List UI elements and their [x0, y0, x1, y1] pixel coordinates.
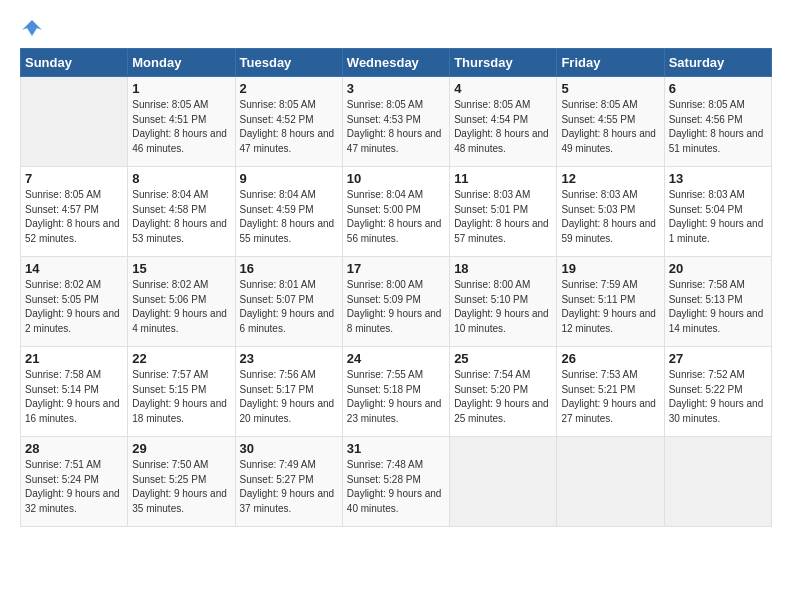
sunset-text: Sunset: 5:21 PM: [561, 384, 635, 395]
day-number: 8: [132, 171, 230, 186]
calendar-cell: 13 Sunrise: 8:03 AM Sunset: 5:04 PM Dayl…: [664, 167, 771, 257]
day-number: 10: [347, 171, 445, 186]
daylight-text: Daylight: 9 hours and 10 minutes.: [454, 308, 549, 334]
daylight-text: Daylight: 8 hours and 46 minutes.: [132, 128, 227, 154]
daylight-text: Daylight: 9 hours and 18 minutes.: [132, 398, 227, 424]
daylight-text: Daylight: 8 hours and 56 minutes.: [347, 218, 442, 244]
day-number: 31: [347, 441, 445, 456]
calendar-week-3: 14 Sunrise: 8:02 AM Sunset: 5:05 PM Dayl…: [21, 257, 772, 347]
calendar-cell: 18 Sunrise: 8:00 AM Sunset: 5:10 PM Dayl…: [450, 257, 557, 347]
daylight-text: Daylight: 9 hours and 37 minutes.: [240, 488, 335, 514]
calendar-header: SundayMondayTuesdayWednesdayThursdayFrid…: [21, 49, 772, 77]
daylight-text: Daylight: 8 hours and 48 minutes.: [454, 128, 549, 154]
daylight-text: Daylight: 9 hours and 40 minutes.: [347, 488, 442, 514]
sunrise-text: Sunrise: 7:51 AM: [25, 459, 101, 470]
sunrise-text: Sunrise: 7:50 AM: [132, 459, 208, 470]
day-info: Sunrise: 7:48 AM Sunset: 5:28 PM Dayligh…: [347, 458, 445, 516]
sunset-text: Sunset: 4:58 PM: [132, 204, 206, 215]
daylight-text: Daylight: 9 hours and 35 minutes.: [132, 488, 227, 514]
sunset-text: Sunset: 5:27 PM: [240, 474, 314, 485]
day-number: 7: [25, 171, 123, 186]
weekday-header-monday: Monday: [128, 49, 235, 77]
day-info: Sunrise: 8:02 AM Sunset: 5:05 PM Dayligh…: [25, 278, 123, 336]
calendar-cell: 7 Sunrise: 8:05 AM Sunset: 4:57 PM Dayli…: [21, 167, 128, 257]
calendar-cell: 26 Sunrise: 7:53 AM Sunset: 5:21 PM Dayl…: [557, 347, 664, 437]
calendar-cell: 6 Sunrise: 8:05 AM Sunset: 4:56 PM Dayli…: [664, 77, 771, 167]
day-number: 29: [132, 441, 230, 456]
day-number: 15: [132, 261, 230, 276]
calendar-week-1: 1 Sunrise: 8:05 AM Sunset: 4:51 PM Dayli…: [21, 77, 772, 167]
daylight-text: Daylight: 9 hours and 8 minutes.: [347, 308, 442, 334]
day-info: Sunrise: 7:52 AM Sunset: 5:22 PM Dayligh…: [669, 368, 767, 426]
day-info: Sunrise: 7:50 AM Sunset: 5:25 PM Dayligh…: [132, 458, 230, 516]
day-info: Sunrise: 7:55 AM Sunset: 5:18 PM Dayligh…: [347, 368, 445, 426]
daylight-text: Daylight: 8 hours and 53 minutes.: [132, 218, 227, 244]
calendar-cell: 20 Sunrise: 7:58 AM Sunset: 5:13 PM Dayl…: [664, 257, 771, 347]
day-info: Sunrise: 8:03 AM Sunset: 5:04 PM Dayligh…: [669, 188, 767, 246]
day-number: 25: [454, 351, 552, 366]
weekday-header-tuesday: Tuesday: [235, 49, 342, 77]
sunrise-text: Sunrise: 8:05 AM: [561, 99, 637, 110]
day-info: Sunrise: 7:51 AM Sunset: 5:24 PM Dayligh…: [25, 458, 123, 516]
day-number: 3: [347, 81, 445, 96]
calendar-cell: 19 Sunrise: 7:59 AM Sunset: 5:11 PM Dayl…: [557, 257, 664, 347]
day-info: Sunrise: 8:04 AM Sunset: 5:00 PM Dayligh…: [347, 188, 445, 246]
calendar-week-2: 7 Sunrise: 8:05 AM Sunset: 4:57 PM Dayli…: [21, 167, 772, 257]
day-number: 11: [454, 171, 552, 186]
sunrise-text: Sunrise: 7:54 AM: [454, 369, 530, 380]
sunrise-text: Sunrise: 8:05 AM: [132, 99, 208, 110]
daylight-text: Daylight: 8 hours and 52 minutes.: [25, 218, 120, 244]
daylight-text: Daylight: 9 hours and 12 minutes.: [561, 308, 656, 334]
sunset-text: Sunset: 5:04 PM: [669, 204, 743, 215]
day-number: 22: [132, 351, 230, 366]
sunset-text: Sunset: 5:06 PM: [132, 294, 206, 305]
calendar-cell: 10 Sunrise: 8:04 AM Sunset: 5:00 PM Dayl…: [342, 167, 449, 257]
sunrise-text: Sunrise: 7:55 AM: [347, 369, 423, 380]
day-number: 28: [25, 441, 123, 456]
daylight-text: Daylight: 9 hours and 30 minutes.: [669, 398, 764, 424]
calendar-cell: 30 Sunrise: 7:49 AM Sunset: 5:27 PM Dayl…: [235, 437, 342, 527]
daylight-text: Daylight: 9 hours and 4 minutes.: [132, 308, 227, 334]
sunrise-text: Sunrise: 7:53 AM: [561, 369, 637, 380]
sunrise-text: Sunrise: 8:00 AM: [454, 279, 530, 290]
calendar-cell: 24 Sunrise: 7:55 AM Sunset: 5:18 PM Dayl…: [342, 347, 449, 437]
daylight-text: Daylight: 8 hours and 47 minutes.: [347, 128, 442, 154]
logo-bird-icon: [22, 20, 42, 36]
day-info: Sunrise: 8:05 AM Sunset: 4:52 PM Dayligh…: [240, 98, 338, 156]
sunset-text: Sunset: 4:55 PM: [561, 114, 635, 125]
weekday-header-wednesday: Wednesday: [342, 49, 449, 77]
daylight-text: Daylight: 8 hours and 51 minutes.: [669, 128, 764, 154]
sunset-text: Sunset: 5:28 PM: [347, 474, 421, 485]
calendar-cell: 17 Sunrise: 8:00 AM Sunset: 5:09 PM Dayl…: [342, 257, 449, 347]
day-info: Sunrise: 8:00 AM Sunset: 5:10 PM Dayligh…: [454, 278, 552, 336]
sunset-text: Sunset: 5:13 PM: [669, 294, 743, 305]
calendar-cell: 21 Sunrise: 7:58 AM Sunset: 5:14 PM Dayl…: [21, 347, 128, 437]
sunrise-text: Sunrise: 7:49 AM: [240, 459, 316, 470]
sunrise-text: Sunrise: 8:05 AM: [347, 99, 423, 110]
day-number: 21: [25, 351, 123, 366]
day-info: Sunrise: 7:57 AM Sunset: 5:15 PM Dayligh…: [132, 368, 230, 426]
day-number: 23: [240, 351, 338, 366]
day-number: 24: [347, 351, 445, 366]
sunrise-text: Sunrise: 7:52 AM: [669, 369, 745, 380]
sunrise-text: Sunrise: 7:48 AM: [347, 459, 423, 470]
sunrise-text: Sunrise: 7:56 AM: [240, 369, 316, 380]
daylight-text: Daylight: 9 hours and 14 minutes.: [669, 308, 764, 334]
daylight-text: Daylight: 8 hours and 47 minutes.: [240, 128, 335, 154]
day-info: Sunrise: 8:05 AM Sunset: 4:57 PM Dayligh…: [25, 188, 123, 246]
sunset-text: Sunset: 4:54 PM: [454, 114, 528, 125]
day-info: Sunrise: 8:04 AM Sunset: 4:59 PM Dayligh…: [240, 188, 338, 246]
sunset-text: Sunset: 5:10 PM: [454, 294, 528, 305]
day-number: 12: [561, 171, 659, 186]
sunset-text: Sunset: 5:15 PM: [132, 384, 206, 395]
sunset-text: Sunset: 5:11 PM: [561, 294, 635, 305]
calendar-cell: 4 Sunrise: 8:05 AM Sunset: 4:54 PM Dayli…: [450, 77, 557, 167]
daylight-text: Daylight: 9 hours and 23 minutes.: [347, 398, 442, 424]
day-number: 18: [454, 261, 552, 276]
sunrise-text: Sunrise: 8:02 AM: [25, 279, 101, 290]
sunset-text: Sunset: 5:00 PM: [347, 204, 421, 215]
calendar-cell: 1 Sunrise: 8:05 AM Sunset: 4:51 PM Dayli…: [128, 77, 235, 167]
weekday-header-sunday: Sunday: [21, 49, 128, 77]
day-info: Sunrise: 8:05 AM Sunset: 4:55 PM Dayligh…: [561, 98, 659, 156]
calendar-week-5: 28 Sunrise: 7:51 AM Sunset: 5:24 PM Dayl…: [21, 437, 772, 527]
